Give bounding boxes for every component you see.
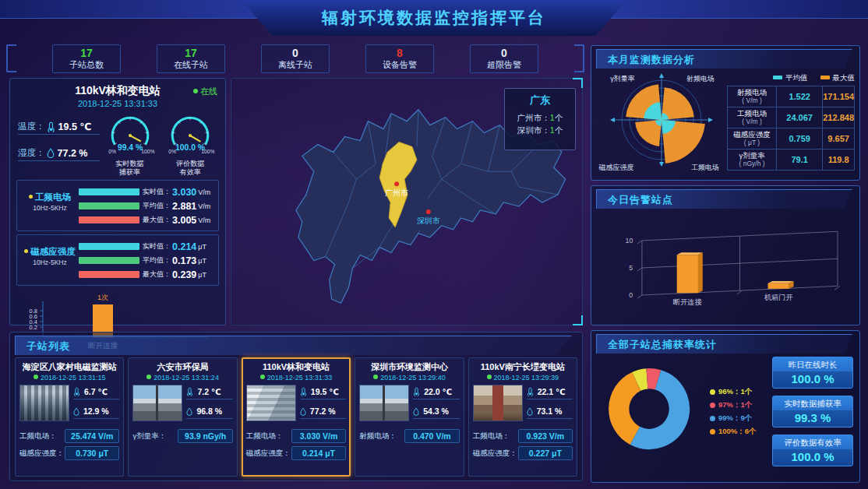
row-name-cell: γ剂量率( nGy/h ) [728,150,777,171]
capture-donut-chart [596,360,710,464]
station-card-haidian[interactable]: 海淀区八家村电磁监测站 2018-12-25 13:31:15 6.7 ℃ 12… [15,357,124,477]
detail-header: 110kV林和变电站 在线 [10,79,225,98]
yellow-dot-icon [29,195,33,199]
gauge-min: 0% [108,149,116,154]
station-photo [473,385,523,421]
guangzhou-marker[interactable] [394,181,399,186]
humidity-row: 96.8 % [186,404,232,419]
station-photo [359,385,409,421]
humidity-value: 96.8 % [196,406,222,416]
gauge-caption: 有效率 [160,168,221,177]
metric-value: 93.9 nGy/h [178,429,232,443]
today-alarm-title: 今日告警站点 [596,189,855,209]
metric-row-value: 3.005 [172,215,196,226]
station-env: 22.0 ℃ 54.3 % [413,385,459,424]
row-avg-cell: 79.1 [777,150,823,171]
dot-icon [710,389,715,395]
bar-average [79,202,139,209]
city-name: 广州市： [517,113,550,122]
alarm-grid [637,231,840,298]
dot-icon [710,416,715,421]
humidity-row: 12.9 % [73,404,119,419]
metric-label: γ剂量率： [132,431,178,442]
dot-icon [710,429,715,434]
station-card-linhe-selected[interactable]: 110kV林和变电站 2018-12-25 13:31:33 19.5 ℃ 77… [242,357,351,477]
station-datetime-text: 2018-12-25 13:29:40 [380,374,446,382]
humidity-value: 77.2 % [58,148,88,159]
temperature-value: 22.0 ℃ [424,387,452,396]
station-metrics: 工频电场：3.030 V/m 磁感应强度：0.214 μT [246,429,346,460]
droplet-icon [413,407,419,416]
polar-rose-chart: γ剂量率 射频电场 磁感应强度 工频电场 [596,70,727,174]
metric-row-label: 最大值： [143,269,171,280]
bar-max [79,216,139,223]
metric-label: 磁感应强度： [19,449,65,459]
thermometer-icon [47,121,55,132]
station-card-luan[interactable]: 六安市环保局 2018-12-25 13:31:24 7.2 ℃ 96.8 % … [128,357,237,477]
capture-stat-boxes: 昨日在线时长 100.0 % 实时数据捕获率 99.3 % 评价数据有效率 10… [766,357,855,466]
metric-label: 磁感应强度： [473,449,518,459]
gauge-needle [130,135,141,141]
shenzhen-marker[interactable] [426,209,431,214]
thermometer-icon [300,387,307,396]
temperature-value: 19.5 ℃ [58,121,92,132]
stat-device-alarms: 8 设备告警 [365,44,434,73]
map-region-name: 广东 [505,93,575,107]
metric-row: 工频电场：0.923 V/m [473,429,573,443]
detail-env-row: 温度： 19.5 ℃ 湿度： 77.2 % [10,108,225,177]
metric-value: 3.030 V/m [291,429,346,443]
online-dot-icon [193,89,198,93]
metric-row: 磁感应强度：0.214 μT [246,446,346,460]
humidity-label: 湿度： [18,147,45,159]
segment-100[interactable] [619,381,636,435]
gauge-ticks [111,117,148,145]
metric-group-label: 磁感应强度 10Hz-5KHz [21,239,79,282]
temperature-row: 22.1 ℃ [527,385,573,399]
metric-value: 0.470 V/m [404,429,459,443]
station-metrics: 工频电场：0.923 V/m 磁感应强度：0.227 μT [473,429,573,460]
stat-label: 子站总数 [53,59,120,71]
table-row: γ剂量率( nGy/h ) 79.1 119.8 [728,150,855,171]
segment-96[interactable] [637,378,647,382]
legend-item-100[interactable]: 100%：6个 [710,427,766,437]
stat-limit-alarms: 0 超限告警 [470,44,538,73]
summary-stats-row: 17 子站总数 17 在线子站 0 离线子站 8 设备告警 0 超限告警 [6,44,584,73]
stat-offline-stations: 0 离线子站 [261,44,330,73]
metric-group-name-text: 工频电场 [35,192,71,202]
map-panel: 广州市 深圳市 广东 广州市：1个 深圳市：1个 [231,78,583,325]
temperature-row: 22.0 ℃ [413,385,459,399]
legend-item-average[interactable]: 平均值 [773,73,808,83]
segment-97[interactable] [647,378,658,380]
legend-item-97[interactable]: 97%：1个 [710,400,766,410]
row-avg-cell: 24.067 [777,107,823,128]
station-card-shenzhen[interactable]: 深圳市环境监测中心 2018-12-25 13:29:40 22.0 ℃ 54.… [355,357,464,477]
station-metrics: γ剂量率：93.9 nGy/h [132,429,232,443]
axis-label-power: 工频电场 [691,164,719,171]
capture-body: 96%：1个 97%：1个 99%：9个 100%：6个 昨日在线时长 100.… [591,355,859,466]
row-max-cell: 9.657 [823,128,855,150]
metric-group-name-text: 磁感应强度 [30,247,76,256]
station-env: 7.2 ℃ 96.8 % [186,385,232,424]
droplet-icon [73,407,79,416]
gauge-eval-validity: 100.0 % 0% 100% 评价数据 有效率 [160,111,221,177]
row-name-cell: 工频电场( V/m ) [728,107,777,128]
humidity-row: 54.3 % [413,404,459,419]
legend-item-99[interactable]: 99%：9个 [710,413,766,424]
station-card-nanning[interactable]: 110kV南宁长堽变电站 2018-12-25 13:29:39 22.1 ℃ … [468,357,577,477]
metric-value: 0.730 μT [65,446,119,460]
metric-row: 工频电场：25.474 V/m [19,429,119,443]
row-max-cell: 171.154 [823,86,855,107]
legend-item-max[interactable]: 最大值 [820,73,856,83]
station-name: 110kV林和变电站 [246,361,346,373]
metric-row-label: 最大值： [143,215,171,225]
legend-item-96[interactable]: 96%：1个 [710,387,766,397]
axis-label-rf: 射频电场 [686,75,715,83]
online-status-badge: 在线 [193,86,217,97]
monthly-legend: 平均值 最大值 [727,72,855,84]
metric-row-unit: μT [198,243,206,251]
today-alarm-panel: 今日告警站点 10 5 0 [591,185,860,325]
station-datetime-text: 2018-12-25 13:29:39 [494,374,559,382]
mini-bar-label: 1次 [97,294,108,301]
mini-ytick: 0.2 [30,324,37,331]
station-cards: 海淀区八家村电磁监测站 2018-12-25 13:31:15 6.7 ℃ 12… [15,357,577,477]
